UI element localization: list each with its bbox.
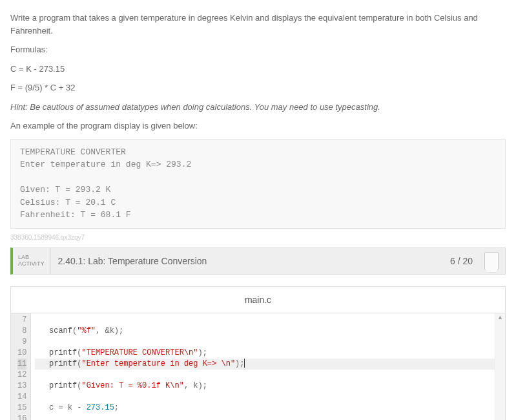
bookmark-icon[interactable]	[484, 252, 499, 270]
intro-text: Write a program that takes a given tempe…	[10, 12, 506, 37]
watermark: 338360.1589946.qx3zqy7	[10, 234, 506, 241]
line-number-gutter: 789101112131415161718192021222324	[11, 313, 31, 421]
problem-description: Write a program that takes a given tempe…	[10, 12, 506, 229]
lab-score: 6 / 20	[450, 256, 478, 266]
vertical-scrollbar[interactable]: ▲ ▼	[495, 313, 505, 421]
hint-text: Hint: Be cautious of assumed datatypes w…	[10, 101, 506, 114]
formula-f: F = (9/5) * C + 32	[10, 81, 506, 94]
file-tab[interactable]: main.c	[11, 287, 505, 313]
code-content[interactable]: scanf("%f", &k); printf("TEMPERATURE CON…	[31, 313, 495, 421]
scroll-up-icon[interactable]: ▲	[495, 313, 505, 322]
formulas-label: Formulas:	[10, 43, 506, 56]
formula-c: C = K - 273.15	[10, 63, 506, 76]
example-label: An example of the program display is giv…	[10, 120, 506, 132]
code-editor-panel: main.c 789101112131415161718192021222324…	[10, 286, 506, 421]
lab-activity-bar: LAB ACTIVITY 2.40.1: Lab: Temperature Co…	[10, 247, 506, 275]
lab-label: LAB ACTIVITY	[13, 248, 50, 274]
lab-title: 2.40.1: Lab: Temperature Conversion	[50, 256, 450, 266]
sample-output: TEMPERATURE CONVERTER Enter temperature …	[10, 139, 506, 229]
